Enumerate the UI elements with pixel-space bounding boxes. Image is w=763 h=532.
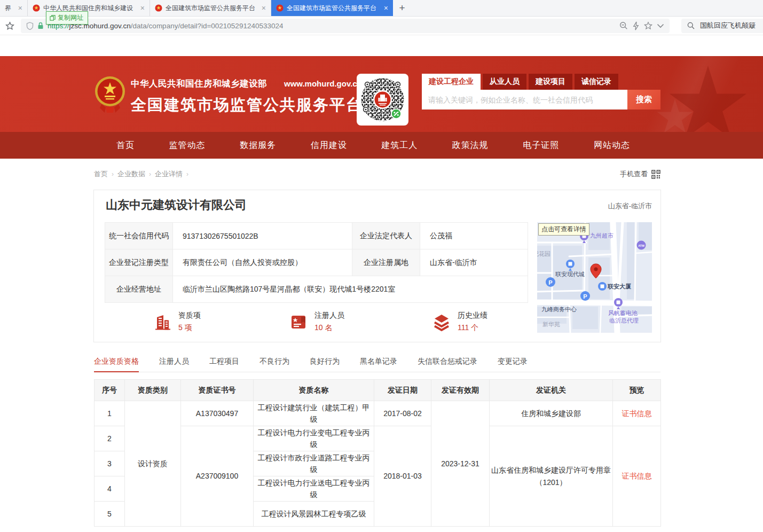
breadcrumb: 首页 › 企业数据 › 企业详情 › 手机查看 [94,168,660,180]
cell-cert-no: A237009100 [181,426,254,527]
header-valid-until: 发证有效期 [431,380,490,401]
tab-registered-personnel[interactable]: 注册人员 [159,357,189,372]
credit-code-value: 91371302675501022B [173,223,352,249]
keyword-search-input[interactable] [422,90,627,109]
cell-issue-date: 2018-01-03 [374,426,431,527]
certificate-icon [289,312,308,332]
company-info-table: 统一社会信用代码 91371302675501022B 企业法定代表人 公茂福 … [105,222,528,303]
legal-rep-value: 公茂福 [420,223,528,249]
tab-close-icon[interactable]: × [18,4,22,12]
stat-registered-personnel[interactable]: 注册人员 10 名 [289,311,344,333]
emblem-favicon-icon [276,4,284,12]
lightning-icon[interactable] [632,21,640,30]
hot-search-text: 国航回应飞机颠簸 [700,21,756,30]
search-tab-personnel[interactable]: 从业人员 [483,74,526,90]
nav-supervision[interactable]: 监管动态 [169,140,206,151]
bookmark-star-icon[interactable] [5,21,15,31]
chevron-down-icon[interactable] [657,24,664,28]
browser-tab-jzsc-active[interactable]: 全国建筑市场监管公共服务平台 × [271,0,393,16]
nav-workers[interactable]: 建筑工人 [381,140,418,151]
cell-authority: 山东省住房和城乡建设厅许可专用章（1201） [490,426,613,527]
nav-credit[interactable]: 信用建设 [311,140,347,151]
map-label-modern-city: 联安现代城 [555,270,585,278]
qr-code-icon[interactable] [651,170,660,179]
browser-tab-partial[interactable]: 界 × [0,0,28,16]
tab-dishonesty-records[interactable]: 失信联合惩戒记录 [418,357,477,372]
mobile-view-label[interactable]: 手机查看 [620,169,648,179]
cell-authority: 住房和城乡建设部 [490,401,613,426]
ministry-website: www.mohurd.gov.cn [284,79,362,88]
table-row: 1 设计资质 A137030497 工程设计建筑行业（建筑工程）甲级 2017-… [95,401,661,426]
tab-blacklist[interactable]: 黑名单记录 [360,357,397,372]
map-label-battery-2: 临沂总代理 [609,317,639,325]
svg-text:ATM: ATM [638,244,644,247]
nav-data-service[interactable]: 数据服务 [240,140,276,151]
search-tab-credit[interactable]: 诚信记录 [575,74,618,90]
browser-search-box[interactable]: 国航回应飞机颠簸 [681,19,763,33]
copy-url-tooltip-text: 复制网址 [58,13,83,22]
nav-home[interactable]: 首页 [116,140,135,151]
nav-site-news[interactable]: 网站动态 [594,140,630,151]
header-issue-date: 发证日期 [374,380,431,401]
tab-close-icon[interactable]: × [384,4,388,12]
tab-good-behavior[interactable]: 良好行为 [310,357,340,372]
map-label-supermarket: 九州超市 [590,232,613,240]
emblem-favicon-icon [33,4,40,12]
header-category: 资质类别 [125,380,181,401]
map-label-business-center: 九峰商务中心 [541,306,577,314]
tab-close-icon[interactable]: × [140,4,145,12]
cell-category: 设计资质 [125,401,181,527]
tab-bad-behavior[interactable]: 不良行为 [259,357,289,372]
company-region: 山东省-临沂市 [608,201,652,211]
legal-rep-label: 企业法定代表人 [352,223,420,249]
cell-preview: 证书信息 [613,426,661,527]
cell-name: 工程设计电力行业送电工程专业丙级 [254,476,374,502]
map-label-tower: 联安大厦 [608,283,631,291]
breadcrumb-separator: › [149,170,151,178]
stat-qualifications[interactable]: 资质项 5 项 [153,311,201,333]
location-map[interactable]: ATM P P 点击可查看详情 九州超市 纪花园 联安现代城 联安大厦 九峰商务… [537,222,652,333]
site-banner: 中华人民共和国住房和城乡建设部 www.mohurd.gov.cn 全国建筑市场… [0,56,763,132]
stat-label: 历史业绩 [458,311,487,320]
search-category-tabs: 建设工程企业 从业人员 建设项目 诚信记录 [422,74,660,90]
header-name: 资质名称 [254,380,374,401]
stat-historical-performance[interactable]: 历史业绩 111 个 [432,311,487,333]
banner-search-module: 建设工程企业 从业人员 建设项目 诚信记录 搜索 [422,74,660,109]
nav-policy[interactable]: 政策法规 [452,140,489,151]
address-value: 临沂市兰山区陶然路107号星河晶都（联安）现代城1号楼2201室 [173,276,528,303]
svg-text:P: P [548,279,552,286]
reg-type-value: 有限责任公司（自然人投资或控股） [173,249,352,276]
building-icon [153,312,172,332]
stat-label: 资质项 [178,311,201,320]
browser-tab-jzsc-1[interactable]: 全国建筑市场监管公共服务平台 × [150,0,271,16]
nav-e-license[interactable]: 电子证照 [523,140,559,151]
cell-name: 工程设计风景园林工程专项乙级 [254,502,374,527]
tab-projects[interactable]: 工程项目 [209,357,239,372]
search-tab-enterprise[interactable]: 建设工程企业 [422,74,481,90]
favorite-star-icon[interactable] [643,21,653,30]
browser-tab-bar: 界 × 中华人民共和国住房和城乡建设 × 全国建筑市场监管公共服务平台 × 全国… [0,0,763,17]
stat-value: 111 个 [458,323,487,333]
shield-icon[interactable] [26,22,34,30]
certificate-info-link[interactable]: 证书信息 [622,472,652,480]
zoom-out-icon[interactable] [619,21,628,30]
breadcrumb-company-detail[interactable]: 企业详情 [155,169,183,179]
main-navigation: 首页 监管动态 数据服务 信用建设 建筑工人 政策法规 电子证照 网站动态 [0,132,763,159]
search-tab-project[interactable]: 建设项目 [529,74,572,90]
copy-url-tooltip: 复制网址 [46,11,88,25]
map-tooltip: 点击可查看详情 [538,223,589,236]
tab-close-icon[interactable]: × [262,4,266,12]
map-label-garden: 纪花园 [537,250,550,258]
certificate-info-link[interactable]: 证书信息 [622,409,652,418]
cell-no: 3 [95,451,125,476]
search-button[interactable]: 搜索 [627,90,660,109]
search-icon [687,21,695,30]
new-tab-button[interactable]: + [393,0,411,16]
breadcrumb-company-data[interactable]: 企业数据 [117,169,145,179]
breadcrumb-home[interactable]: 首页 [94,169,108,179]
url-field[interactable]: https://jzsc.mohurd.gov.cn/data/company/… [21,19,670,33]
tab-change-records[interactable]: 变更记录 [498,357,528,372]
tab-qualifications[interactable]: 企业资质资格 [94,357,139,372]
company-name: 山东中元建筑设计有限公司 [106,197,247,213]
qualification-table: 序号 资质类别 资质证书号 资质名称 发证日期 发证有效期 发证机关 预览 1 … [94,379,661,527]
